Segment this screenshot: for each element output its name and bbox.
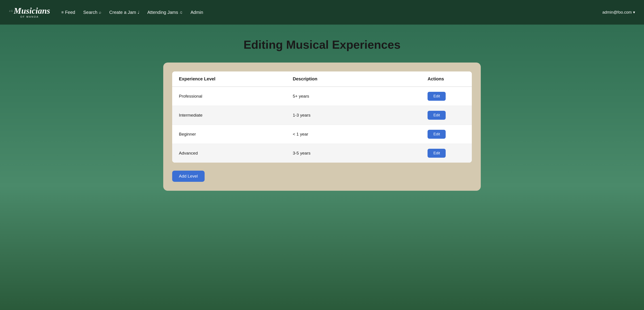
description-intermediate: 1-3 years [286, 106, 421, 125]
nav-links: ≡ Feed Search ⌕ Create a Jam ♩ Attending… [61, 10, 203, 15]
edit-button-advanced[interactable]: Edit [428, 149, 446, 158]
description-advanced: 3-5 years [286, 144, 421, 163]
nav-link-attending-jams[interactable]: Attending Jams ♫ [147, 10, 182, 15]
experiences-table-wrapper: Experience Level Description Actions Pro… [172, 71, 472, 163]
nav-label-admin: Admin [190, 10, 203, 15]
nav-label-create-jam: Create a Jam [109, 10, 136, 15]
nav-item-admin[interactable]: Admin [190, 10, 203, 15]
table-row: Professional 5+ years Edit [172, 87, 472, 106]
navbar-left: ♪♫ Musicians OF MANOA ≡ Feed Search ⌕ [9, 6, 203, 18]
actions-intermediate: Edit [421, 106, 472, 125]
logo: ♪♫ Musicians OF MANOA [9, 6, 50, 18]
nav-link-admin[interactable]: Admin [190, 10, 203, 15]
user-email: admin@foo.com [602, 10, 632, 15]
attending-jams-icon: ♫ [180, 10, 183, 15]
experience-level-professional: Professional [172, 87, 286, 106]
nav-link-search[interactable]: Search ⌕ [83, 10, 101, 15]
nav-link-create-jam[interactable]: Create a Jam ♩ [109, 10, 139, 15]
nav-label-attending-jams: Attending Jams [147, 10, 178, 15]
logo-text: Musicians [14, 6, 50, 15]
nav-item-feed[interactable]: ≡ Feed [61, 10, 75, 15]
logo-sub: OF MANOA [20, 15, 39, 18]
description-professional: 5+ years [286, 87, 421, 106]
actions-professional: Edit [421, 87, 472, 106]
col-header-description: Description [286, 71, 421, 87]
user-menu[interactable]: admin@foo.com ▾ [602, 10, 635, 15]
edit-button-professional[interactable]: Edit [428, 92, 446, 101]
actions-advanced: Edit [421, 144, 472, 163]
edit-button-beginner[interactable]: Edit [428, 130, 446, 139]
experience-level-beginner: Beginner [172, 125, 286, 144]
table-body: Professional 5+ years Edit Intermediate … [172, 87, 472, 163]
nav-item-search[interactable]: Search ⌕ [83, 10, 101, 15]
nav-item-attending-jams[interactable]: Attending Jams ♫ [147, 10, 182, 15]
table-row: Intermediate 1-3 years Edit [172, 106, 472, 125]
content-card: Experience Level Description Actions Pro… [163, 62, 481, 191]
edit-button-intermediate[interactable]: Edit [428, 111, 446, 120]
nav-link-feed[interactable]: ≡ Feed [61, 10, 75, 15]
table-header: Experience Level Description Actions [172, 71, 472, 87]
create-jam-icon: ♩ [138, 10, 139, 15]
logo-music-icon: ♪♫ [9, 9, 13, 12]
nav-label-search: Search [83, 10, 97, 15]
main-content: Editing Musical Experiences Experience L… [154, 24, 490, 204]
nav-item-create-jam[interactable]: Create a Jam ♩ [109, 10, 139, 15]
nav-label-feed: Feed [65, 10, 75, 15]
experience-level-advanced: Advanced [172, 144, 286, 163]
table-header-row: Experience Level Description Actions [172, 71, 472, 87]
experience-level-intermediate: Intermediate [172, 106, 286, 125]
page-title: Editing Musical Experiences [163, 38, 481, 51]
search-icon: ⌕ [99, 10, 101, 15]
navbar: ♪♫ Musicians OF MANOA ≡ Feed Search ⌕ [0, 0, 644, 24]
table-row: Advanced 3-5 years Edit [172, 144, 472, 163]
actions-beginner: Edit [421, 125, 472, 144]
add-level-button[interactable]: Add Level [172, 171, 204, 182]
table-row: Beginner < 1 year Edit [172, 125, 472, 144]
experiences-table: Experience Level Description Actions Pro… [172, 71, 472, 163]
col-header-actions: Actions [421, 71, 472, 87]
description-beginner: < 1 year [286, 125, 421, 144]
feed-icon: ≡ [61, 10, 64, 15]
col-header-experience: Experience Level [172, 71, 286, 87]
dropdown-icon: ▾ [633, 10, 635, 15]
